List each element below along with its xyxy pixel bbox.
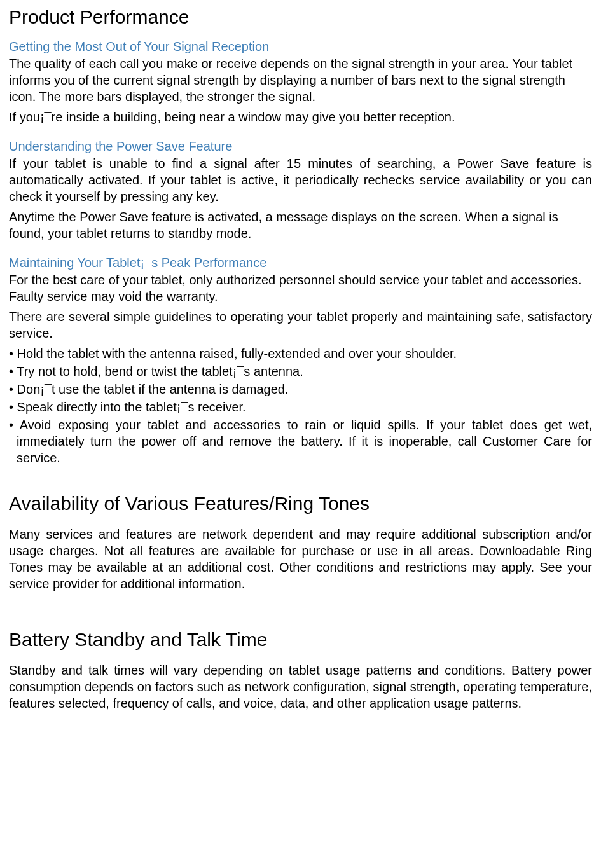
section-title-battery: Battery Standby and Talk Time bbox=[9, 629, 592, 651]
section-title-product-performance: Product Performance bbox=[9, 6, 592, 28]
bullet-item: • Avoid exposing your tablet and accesso… bbox=[9, 417, 592, 466]
bullet-item: • Speak directly into the tablet¡¯s rece… bbox=[9, 399, 592, 415]
paragraph: If your tablet is unable to find a signa… bbox=[9, 155, 592, 205]
section-title-availability: Availability of Various Features/Ring To… bbox=[9, 493, 592, 514]
subheading-power-save: Understanding the Power Save Feature bbox=[9, 139, 592, 154]
subheading-signal-reception: Getting the Most Out of Your Signal Rece… bbox=[9, 39, 592, 54]
paragraph: Anytime the Power Save feature is activa… bbox=[9, 209, 592, 242]
paragraph: For the best care of your tablet, only a… bbox=[9, 272, 592, 305]
subheading-peak-performance: Maintaining Your Tablet¡¯s Peak Performa… bbox=[9, 256, 592, 270]
paragraph: Standby and talk times will vary dependi… bbox=[9, 662, 592, 712]
bullet-item: • Don¡¯t use the tablet if the antenna i… bbox=[9, 381, 592, 397]
bullet-item: • Hold the tablet with the antenna raise… bbox=[9, 345, 592, 362]
paragraph: The quality of each call you make or rec… bbox=[9, 55, 592, 105]
paragraph: There are several simple guidelines to o… bbox=[9, 308, 592, 341]
bullet-item: • Try not to hold, bend or twist the tab… bbox=[9, 363, 592, 380]
paragraph: Many services and features are network d… bbox=[9, 526, 592, 592]
paragraph: If you¡¯re inside a building, being near… bbox=[9, 109, 592, 125]
